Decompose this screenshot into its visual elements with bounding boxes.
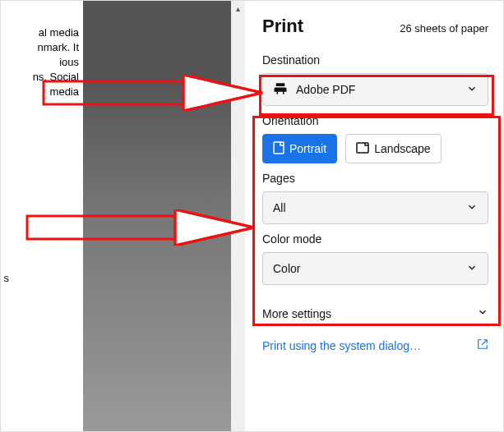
print-preview-pane <box>83 1 231 432</box>
destination-select[interactable]: Adobe PDF <box>262 73 488 106</box>
chevron-down-icon <box>466 83 478 97</box>
panel-title: Print <box>262 16 303 37</box>
orientation-landscape-button[interactable]: Landscape <box>345 134 442 163</box>
orientation-label: Orientation <box>262 114 488 127</box>
portrait-page-icon <box>273 141 284 157</box>
snippet-line: nmark. It <box>37 41 79 53</box>
document-text-snippet: s <box>1 272 9 284</box>
more-settings-label: More settings <box>262 307 331 320</box>
svg-rect-1 <box>357 143 368 153</box>
more-settings-toggle[interactable]: More settings <box>262 306 488 320</box>
chevron-down-icon <box>477 306 488 320</box>
snippet-line: ns, Social <box>33 71 79 83</box>
destination-value: Adobe PDF <box>296 83 355 96</box>
snippet-line: al media <box>39 26 79 39</box>
chevron-down-icon <box>466 262 478 276</box>
pages-select[interactable]: All <box>262 191 488 224</box>
orientation-portrait-button[interactable]: Portrait <box>262 134 337 163</box>
pages-label: Pages <box>262 172 488 185</box>
pages-value: All <box>273 201 286 214</box>
color-mode-label: Color mode <box>262 232 488 246</box>
external-link-icon <box>477 338 488 352</box>
orientation-portrait-label: Portrait <box>289 142 326 155</box>
preview-scrollbar[interactable]: ▴ <box>231 1 245 432</box>
chevron-down-icon <box>466 201 478 215</box>
sheet-count: 26 sheets of paper <box>400 22 488 34</box>
print-settings-panel: Print 26 sheets of paper Destination Ado… <box>246 1 503 432</box>
scroll-up-arrow-icon[interactable]: ▴ <box>231 1 245 17</box>
document-text-snippet: al media nmark. It ious ns, Social media <box>1 25 79 99</box>
destination-label: Destination <box>262 53 488 67</box>
color-mode-select[interactable]: Color <box>262 252 488 285</box>
orientation-landscape-label: Landscape <box>374 142 431 155</box>
snippet-line: media <box>50 85 79 98</box>
snippet-line: s <box>4 272 10 284</box>
system-dialog-link[interactable]: Print using the system dialog… <box>262 339 421 352</box>
color-mode-value: Color <box>273 262 300 275</box>
printer-icon <box>273 81 288 99</box>
landscape-page-icon <box>356 142 369 156</box>
snippet-line: ious <box>59 56 79 68</box>
svg-rect-0 <box>274 142 284 154</box>
